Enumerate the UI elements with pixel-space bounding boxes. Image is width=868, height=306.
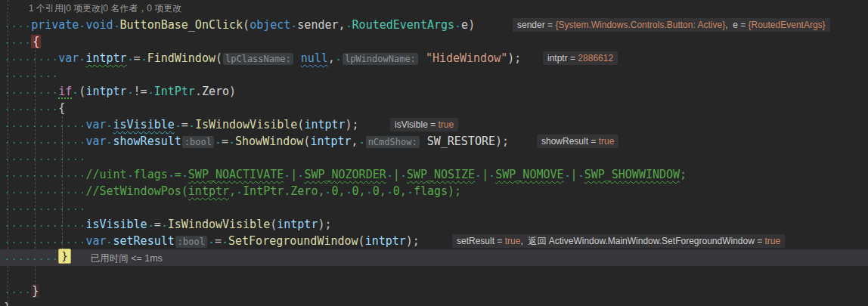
code-token: object: [250, 18, 290, 32]
codelens-text: 1 个引用|0 项更改|0 名作者，0 项更改: [29, 3, 181, 14]
code-token: IntPtr.Zero,: [243, 184, 324, 198]
line-comment-setwindowpos[interactable]: //SetWindowPos(intptr, IntPtr.Zero, 0, 0…: [0, 183, 868, 199]
code-editor[interactable]: 1 个引用|0 项更改|0 名作者，0 项更改 private void But…: [0, 0, 868, 306]
inlay-hint[interactable]: :bool: [182, 136, 214, 148]
code-token: [4, 151, 85, 165]
code-token: [386, 168, 393, 181]
debug-value: {RoutedEventArgs}: [749, 20, 826, 30]
code-token: |: [482, 168, 488, 181]
code-token: [168, 168, 175, 181]
code-token: (: [270, 218, 277, 231]
line-if-open-brace[interactable]: {: [0, 100, 868, 116]
code-token: ,: [328, 51, 335, 65]
line-findwindow[interactable]: var intptr = FindWindow(lpClassName: nul…: [0, 50, 868, 66]
line-blank-method[interactable]: [0, 66, 868, 83]
code-token: );: [318, 218, 331, 231]
code-token: Zero: [202, 85, 229, 98]
debug-value-annotation[interactable]: setResult = true, 返回 ActiveWindow.MainWi…: [452, 234, 785, 248]
code-token: isVisible: [85, 218, 147, 231]
codelens-references[interactable]: 1 个引用|0 项更改|0 名作者，0 项更改: [0, 0, 868, 17]
code-area[interactable]: 1 个引用|0 项更改|0 名作者，0 项更改 private void But…: [0, 0, 868, 306]
code-token: [236, 184, 243, 198]
code-token: SWP_NOACTIVATE: [188, 168, 284, 181]
code-token: );: [346, 118, 359, 131]
code-token: |: [290, 168, 297, 181]
code-token: [127, 51, 134, 65]
line-if[interactable]: if (intptr != IntPtr.Zero): [0, 83, 868, 100]
line-blank-if-1[interactable]: [0, 150, 868, 166]
code-token: SWP_NOSIZE: [407, 168, 475, 181]
perf-tip-label[interactable]: 已用时间 <= 1ms: [91, 253, 163, 264]
code-token: SWP_NOMOVE: [495, 168, 563, 181]
code-token: [346, 184, 352, 198]
code-token: SW_RESTORE: [427, 134, 495, 148]
debug-label: setResult =: [457, 236, 505, 246]
debug-value-annotation[interactable]: isVisible = true: [390, 118, 458, 131]
line-setforegroundwindow[interactable]: var setResult:bool = SetForegroundWindow…: [0, 233, 868, 249]
code-token: [161, 218, 168, 231]
code-token: [488, 168, 495, 181]
code-token: [4, 168, 85, 181]
code-token: 0,: [373, 184, 386, 198]
code-token: var: [58, 51, 79, 65]
code-token: setResult: [113, 234, 175, 248]
code-token: !=: [134, 85, 147, 98]
code-token: [4, 251, 58, 264]
code-token: [4, 18, 31, 32]
debug-label: , e =: [725, 20, 748, 30]
code-token: [127, 85, 134, 98]
code-token: [215, 134, 222, 148]
line-blank-after-band[interactable]: [0, 266, 868, 283]
code-token: [454, 18, 461, 32]
code-token: );: [406, 234, 420, 248]
code-token: 0,: [352, 184, 366, 198]
code-token: if: [58, 85, 72, 98]
line-class-close-brace[interactable]: }: [0, 299, 868, 306]
debug-value-annotation[interactable]: showResult = true: [537, 134, 618, 148]
line-isvisible-assign[interactable]: isVisible = IsWindowVisible(intptr);: [0, 216, 868, 233]
code-token: flags);: [414, 184, 461, 198]
code-token: [475, 168, 482, 181]
line-if-close-brace-perf[interactable]: }已用时间 <= 1ms: [0, 249, 868, 266]
code-token: flags: [134, 168, 168, 181]
line-showwindow[interactable]: var showResult:bool = ShowWindow(intptr,…: [0, 133, 868, 150]
line-iswindowvisible[interactable]: var isVisible = IsWindowVisible(intptr);…: [0, 116, 868, 133]
debug-label: showResult =: [541, 136, 599, 147]
line-method-close-brace[interactable]: }: [0, 283, 868, 299]
code-token: sender: [297, 18, 338, 32]
code-token: [335, 51, 342, 65]
code-token: showResult: [113, 134, 181, 148]
line-blank-if-2[interactable]: [0, 199, 868, 216]
code-token: var: [85, 134, 106, 148]
code-token: {: [31, 35, 41, 48]
line-method-signature[interactable]: private void ButtonBase_OnClick(object s…: [0, 17, 868, 33]
inlay-hint[interactable]: :bool: [175, 236, 207, 248]
code-token: [106, 118, 113, 131]
debug-value: {System.Windows.Controls.Button: Active}: [555, 20, 725, 30]
code-token: intptr: [188, 184, 229, 198]
inlay-hint[interactable]: lpClassName:: [223, 53, 293, 65]
code-token: FindWindow: [147, 51, 215, 65]
code-token: );: [507, 51, 521, 65]
code-token: [294, 51, 301, 65]
code-token: =: [222, 134, 228, 148]
debug-value: true: [505, 236, 521, 246]
code-token: [127, 168, 134, 181]
debug-value-annotation[interactable]: sender = {System.Windows.Controls.Button…: [513, 18, 830, 32]
line-comment-flags[interactable]: //uint flags = SWP_NOACTIVATE | SWP_NOZO…: [0, 166, 868, 183]
code-token: );: [495, 134, 509, 148]
code-token: ): [468, 18, 475, 32]
inlay-hint[interactable]: lpWindowName:: [343, 53, 418, 65]
code-token: [386, 184, 393, 198]
line-method-open-brace[interactable]: {: [0, 33, 868, 50]
code-token: [228, 134, 235, 148]
inlay-hint[interactable]: nCmdShow:: [366, 136, 420, 148]
code-token: isVisible: [113, 118, 175, 131]
code-token: [4, 184, 85, 198]
code-token: ): [229, 85, 236, 98]
code-token: [407, 184, 414, 198]
code-token: intptr: [85, 51, 126, 65]
debug-value-annotation[interactable]: intptr = 2886612: [543, 51, 618, 65]
code-token: =: [181, 118, 188, 131]
code-token: [290, 18, 297, 32]
